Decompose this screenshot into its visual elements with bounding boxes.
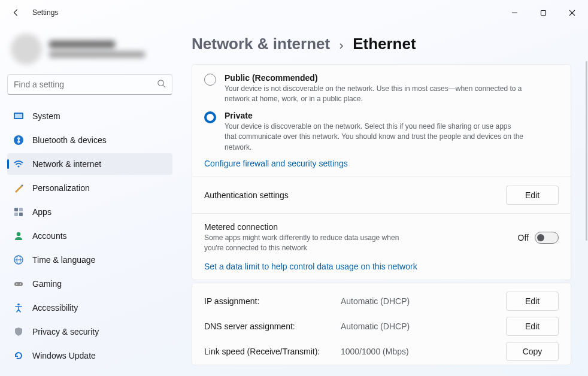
metered-toggle[interactable] <box>535 232 559 244</box>
option-desc: Your device is discoverable on the netwo… <box>225 122 524 153</box>
bluetooth-icon <box>13 135 24 145</box>
chevron-right-icon <box>338 35 344 53</box>
sidebar-item-time[interactable]: Time & language <box>7 249 172 271</box>
profile-option-private[interactable]: Private Your device is discoverable on t… <box>204 111 559 153</box>
dns-edit-button[interactable]: Edit <box>506 317 559 336</box>
maximize-button[interactable] <box>534 4 552 21</box>
user-profile[interactable] <box>11 34 172 65</box>
option-title: Public (Recommended) <box>225 73 524 83</box>
minimize-icon <box>511 10 518 16</box>
svg-point-16 <box>17 304 20 306</box>
radio-public[interactable] <box>204 74 216 86</box>
brush-icon <box>13 183 24 193</box>
gamepad-icon <box>13 278 24 289</box>
auth-settings-row: Authentication settings Edit <box>192 177 571 213</box>
close-button[interactable] <box>563 4 581 21</box>
link-speed-key: Link speed (Receive/Transmit): <box>204 347 330 356</box>
search-icon <box>157 79 166 90</box>
row-title: Metered connection <box>204 222 420 232</box>
row-desc: Some apps might work differently to redu… <box>204 233 420 253</box>
svg-point-15 <box>20 284 21 285</box>
person-icon <box>13 231 24 241</box>
breadcrumb-parent[interactable]: Network & internet <box>192 35 330 53</box>
sidebar-item-label: Privacy & security <box>32 327 99 336</box>
wifi-icon <box>13 159 24 169</box>
svg-rect-13 <box>14 282 23 286</box>
link-speed-copy-button[interactable]: Copy <box>506 342 559 361</box>
breadcrumb: Network & internet Ethernet <box>192 35 571 53</box>
sidebar-item-label: Gaming <box>32 279 62 289</box>
sidebar-item-accessibility[interactable]: Accessibility <box>7 297 172 319</box>
window-controls <box>505 4 581 21</box>
toggle-state-label: Off <box>518 233 529 242</box>
sidebar-item-label: Accounts <box>32 231 67 241</box>
option-title: Private <box>225 111 524 120</box>
scrollbar[interactable] <box>586 61 587 241</box>
radio-private[interactable] <box>204 111 216 123</box>
sidebar-item-privacy[interactable]: Privacy & security <box>7 321 172 342</box>
ip-edit-button[interactable]: Edit <box>506 292 559 311</box>
update-icon <box>13 350 24 361</box>
svg-rect-6 <box>14 208 18 211</box>
svg-rect-7 <box>19 208 23 211</box>
search-box[interactable] <box>7 74 172 95</box>
profile-option-public[interactable]: Public (Recommended) Your device is not … <box>204 73 559 105</box>
data-limit-link[interactable]: Set a data limit to help control data us… <box>204 262 559 271</box>
user-info <box>49 41 145 57</box>
nav-list: System Bluetooth & devices Network & int… <box>7 105 172 366</box>
sidebar-item-label: System <box>32 111 60 121</box>
option-desc: Your device is not discoverable on the n… <box>225 84 524 105</box>
sidebar-item-label: Bluetooth & devices <box>32 135 107 145</box>
metered-row: Metered connection Some apps might work … <box>192 213 571 280</box>
globe-clock-icon <box>13 254 24 265</box>
sidebar-item-apps[interactable]: Apps <box>7 201 172 223</box>
svg-point-10 <box>17 232 21 236</box>
svg-rect-3 <box>15 114 22 118</box>
svg-rect-9 <box>19 213 23 216</box>
shield-icon <box>13 326 24 337</box>
svg-point-14 <box>16 284 17 285</box>
sidebar-item-label: Network & internet <box>32 159 101 169</box>
sidebar-item-update[interactable]: Windows Update <box>7 345 172 366</box>
app-title: Settings <box>32 8 58 17</box>
svg-point-5 <box>17 165 19 167</box>
ip-assignment-key: IP assignment: <box>204 296 330 306</box>
sidebar-item-network[interactable]: Network & internet <box>7 153 172 175</box>
auth-edit-button[interactable]: Edit <box>506 186 559 205</box>
sidebar-item-label: Personalization <box>32 183 90 193</box>
svg-rect-8 <box>14 213 18 216</box>
sidebar-item-bluetooth[interactable]: Bluetooth & devices <box>7 129 172 151</box>
page-title: Ethernet <box>353 35 416 53</box>
sidebar-item-label: Time & language <box>32 255 95 265</box>
content: Network & internet Ethernet Public (Reco… <box>180 25 588 376</box>
link-speed-value: 1000/1000 (Mbps) <box>341 347 495 356</box>
apps-icon <box>13 207 24 217</box>
sidebar-item-label: Windows Update <box>32 351 96 360</box>
network-profile-panel: Public (Recommended) Your device is not … <box>192 64 571 280</box>
minimize-button[interactable] <box>505 4 523 21</box>
search-input[interactable] <box>14 80 157 89</box>
details-panel: IP assignment: Automatic (DHCP) Edit DNS… <box>192 283 571 365</box>
sidebar: System Bluetooth & devices Network & int… <box>0 25 180 376</box>
sidebar-item-accounts[interactable]: Accounts <box>7 225 172 247</box>
sidebar-item-gaming[interactable]: Gaming <box>7 273 172 295</box>
titlebar: Settings <box>0 0 588 25</box>
back-button[interactable] <box>7 4 25 22</box>
sidebar-item-label: Accessibility <box>32 303 78 313</box>
sidebar-item-label: Apps <box>32 207 51 217</box>
close-icon <box>569 10 575 16</box>
maximize-icon <box>540 10 547 16</box>
avatar <box>11 34 42 65</box>
dns-assignment-key: DNS server assignment: <box>204 322 330 331</box>
svg-point-1 <box>158 80 163 85</box>
system-icon <box>13 111 24 122</box>
firewall-settings-link[interactable]: Configure firewall and security settings <box>204 159 559 168</box>
dns-assignment-value: Automatic (DHCP) <box>341 322 495 331</box>
sidebar-item-personalization[interactable]: Personalization <box>7 177 172 199</box>
sidebar-item-system[interactable]: System <box>7 105 172 127</box>
row-title: Authentication settings <box>204 190 289 200</box>
svg-rect-0 <box>541 10 545 15</box>
ip-assignment-value: Automatic (DHCP) <box>341 296 495 306</box>
accessibility-icon <box>13 302 24 313</box>
